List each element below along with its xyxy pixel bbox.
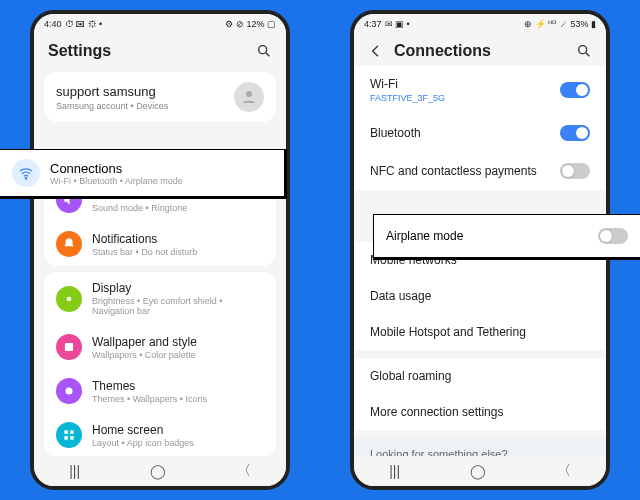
svg-rect-7 [70,430,74,434]
settings-header: Settings [34,34,286,66]
home-button[interactable]: ◯ [150,463,166,479]
svg-point-0 [259,46,267,54]
nfc-toggle[interactable] [560,163,590,179]
themes-icon [56,378,82,404]
search-icon[interactable] [576,43,592,59]
footer-hint: Looking for something else? Samsung Clou… [354,438,606,456]
more-settings-row[interactable]: More connection settings [354,394,606,430]
svg-point-11 [25,178,26,179]
svg-point-2 [246,91,252,97]
svg-point-12 [579,46,587,54]
home-button[interactable]: ◯ [470,463,486,479]
status-bar: 4:37✉ ▣ • ⊕ ⚡ ᴴᴰ ⟋ 53% ▮ [354,14,606,34]
back-button[interactable]: 〈 [237,462,251,480]
navbar: ||| ◯ 〈 [354,456,606,486]
themes-row[interactable]: ThemesThemes • Wallpapers • Icons [44,369,276,413]
hotspot-row[interactable]: Mobile Hotspot and Tethering [354,314,606,350]
bluetooth-row[interactable]: Bluetooth [354,114,606,152]
wallpaper-row[interactable]: Wallpaper and styleWallpapers • Color pa… [44,325,276,369]
svg-rect-4 [65,343,73,351]
airplane-highlight[interactable]: Airplane mode [374,215,640,257]
navbar: ||| ◯ 〈 [34,456,286,486]
homescreen-row[interactable]: Home screenLayout • App icon badges [44,413,276,456]
connections-sub: Wi-Fi • Bluetooth • Airplane mode [50,176,183,186]
notifications-row[interactable]: NotificationsStatus bar • Do not disturb [44,222,276,266]
bluetooth-toggle[interactable] [560,125,590,141]
grid-icon [56,422,82,448]
account-card[interactable]: support samsung Samsung account • Device… [44,72,276,122]
wifi-toggle[interactable] [560,82,590,98]
back-icon[interactable] [368,43,384,59]
svg-rect-8 [64,436,68,440]
recents-button[interactable]: ||| [389,463,400,479]
settings-group-2: DisplayBrightness • Eye comfort shield •… [44,272,276,456]
svg-line-13 [586,53,589,56]
palette-icon [56,334,82,360]
bell-icon [56,231,82,257]
connections-header: Connections [354,34,606,66]
airplane-title: Airplane mode [386,229,588,243]
account-name: support samsung [56,84,168,99]
page-title: Connections [394,42,491,60]
airplane-toggle[interactable] [598,228,628,244]
svg-rect-6 [64,430,68,434]
display-row[interactable]: DisplayBrightness • Eye comfort shield •… [44,272,276,325]
svg-line-1 [266,53,269,56]
back-button[interactable]: 〈 [557,462,571,480]
search-icon[interactable] [256,43,272,59]
page-title: Settings [48,42,111,60]
wifi-icon [12,159,40,187]
data-usage-row[interactable]: Data usage [354,278,606,314]
avatar [234,82,264,112]
connections-title: Connections [50,161,183,176]
roaming-row[interactable]: Global roaming [354,358,606,394]
phone-settings: 4:40⏱ ✉ ⚙ • ⚙ ⊘ 12% ▢ Settings support s… [30,10,290,490]
wifi-row[interactable]: Wi-FiFASTFIVE_3F_5G [354,66,606,114]
sun-icon [56,286,82,312]
account-sub: Samsung account • Devices [56,101,168,111]
svg-rect-9 [70,436,74,440]
nfc-row[interactable]: NFC and contactless payments [354,152,606,190]
svg-point-3 [67,296,72,301]
connections-highlight[interactable]: Connections Wi-Fi • Bluetooth • Airplane… [0,150,284,196]
status-bar: 4:40⏱ ✉ ⚙ • ⚙ ⊘ 12% ▢ [34,14,286,34]
recents-button[interactable]: ||| [69,463,80,479]
svg-point-5 [66,388,73,395]
